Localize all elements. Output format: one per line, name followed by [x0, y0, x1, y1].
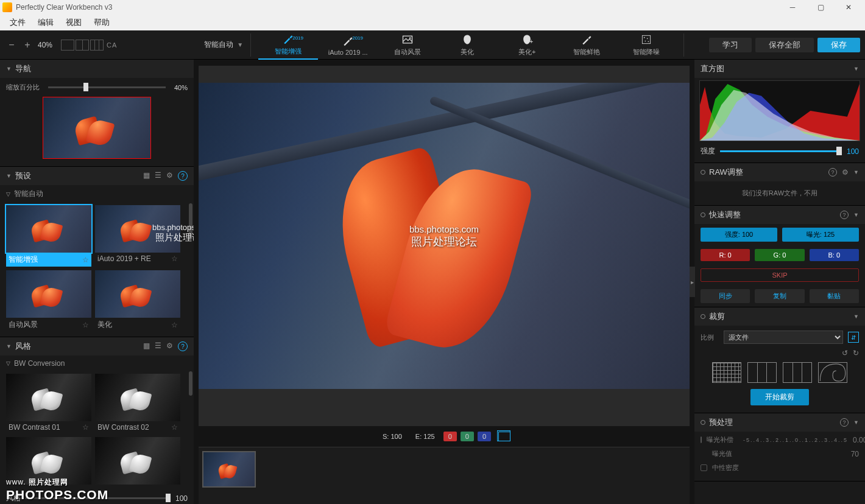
top-preset-iauto2019[interactable]: 2019 iAuto 2019 ... [318, 30, 378, 60]
ratio-select[interactable]: 源文件 [724, 331, 843, 344]
top-preset-landscape[interactable]: 自动风景 [378, 30, 437, 60]
close-button[interactable]: ✕ [835, 0, 863, 15]
save-button[interactable]: 保存 [817, 38, 860, 52]
help-icon[interactable]: ? [840, 211, 849, 219]
help-icon[interactable]: ? [178, 341, 188, 351]
right-panel: 直方图▼ 强度 100 RAW调整?⚙▼ 我们没有RAW文件，不用 快速调整?▼ [694, 60, 865, 504]
preset-label: 美化 [97, 320, 112, 330]
strength-slider[interactable] [720, 150, 842, 152]
zoom-percent[interactable]: 40% [38, 41, 52, 49]
gear-icon[interactable]: ⚙ [842, 168, 849, 177]
slider-thumb[interactable] [83, 83, 88, 91]
preset-dropdown[interactable]: 智能自动 ▼ [204, 40, 243, 50]
crop-grid-nine[interactable] [783, 362, 812, 383]
top-preset-beautify-plus[interactable]: + 美化+ [497, 30, 557, 60]
preproc-header[interactable]: 预处理?▼ [694, 413, 865, 432]
top-preset-smart-enhance[interactable]: 2019 智能增强 [258, 30, 318, 60]
view-split-v-icon[interactable] [76, 40, 89, 51]
quick-intensity[interactable]: 强度: 100 [701, 228, 777, 242]
raw-header[interactable]: RAW调整?⚙▼ [694, 163, 865, 181]
quick-b[interactable]: B: 0 [810, 249, 859, 261]
top-preset-beautify[interactable]: 美化 [437, 30, 497, 60]
zoom-out-button[interactable]: − [6, 40, 17, 51]
start-crop-button[interactable]: 开始裁剪 [750, 389, 809, 405]
star-icon[interactable]: ☆ [171, 254, 178, 263]
grid-view-icon[interactable]: ▦ [143, 341, 150, 351]
gear-icon[interactable]: ⚙ [166, 341, 173, 351]
crop-grid-thirds[interactable] [747, 362, 777, 383]
maximize-button[interactable]: ▢ [807, 0, 835, 15]
star-icon[interactable]: ☆ [82, 423, 89, 432]
svg-point-5 [647, 38, 648, 40]
preset-thumb[interactable]: 自动风景☆ [6, 270, 91, 332]
top-preset-noise[interactable]: 智能降噪 [616, 30, 676, 60]
crop-header[interactable]: 裁剪▼ [694, 307, 865, 326]
preset-thumb[interactable]: 美化☆ [95, 270, 180, 332]
menu-edit[interactable]: 编辑 [32, 15, 60, 30]
quick-sync[interactable]: 同步 [701, 289, 750, 303]
exposure-comp-checkbox[interactable] [701, 436, 702, 443]
filmstrip-thumb[interactable] [202, 451, 256, 488]
crop-grid-dense[interactable] [712, 362, 741, 383]
presets-header[interactable]: ▼ 预设 ▦ ☰ ⚙ ? [0, 167, 194, 185]
star-icon[interactable]: ☆ [82, 256, 89, 264]
collapse-right-handle[interactable]: ▸ [689, 267, 695, 297]
preset-thumb[interactable]: 智能增强☆ [6, 205, 91, 267]
nav-preview[interactable] [43, 97, 151, 159]
top-preset-label: 智能鲜艳 [573, 47, 600, 57]
style-thumb[interactable]: BW Contrast 02☆ [95, 374, 180, 433]
help-icon[interactable]: ? [840, 418, 849, 427]
grid-view-icon[interactable]: ▦ [143, 171, 150, 181]
style-thumb[interactable]: BW Contrast 01☆ [6, 374, 91, 433]
neutral-density-checkbox[interactable] [701, 464, 707, 471]
save-all-button[interactable]: 保存全部 [755, 38, 814, 52]
star-icon[interactable]: ☆ [171, 423, 178, 432]
histogram-header[interactable]: 直方图▼ [694, 60, 865, 78]
zoom-slider[interactable] [48, 86, 166, 88]
crop-grid-spiral[interactable] [818, 362, 847, 383]
top-preset-label: iAuto 2019 ... [328, 49, 368, 56]
slider-thumb[interactable] [836, 147, 842, 155]
compare-icon[interactable] [498, 432, 510, 441]
help-icon[interactable]: ? [178, 171, 188, 181]
flip-icon[interactable]: ⇵ [848, 332, 859, 343]
main-image[interactable]: bbs.photops.com 照片处理论坛 [199, 83, 690, 389]
preset-group[interactable]: ▽智能自动 [0, 185, 194, 203]
rotate-cw-icon[interactable]: ↻ [853, 349, 859, 357]
menu-file[interactable]: 文件 [4, 15, 32, 30]
view-split-3-icon[interactable] [90, 40, 104, 51]
list-view-icon[interactable]: ☰ [155, 341, 161, 351]
quick-header[interactable]: 快速调整?▼ [694, 206, 865, 224]
slider-thumb[interactable] [166, 494, 171, 502]
quick-r[interactable]: R: 0 [701, 249, 750, 261]
quick-copy[interactable]: 复制 [755, 289, 804, 303]
scrollbar[interactable] [189, 371, 192, 396]
quick-paste[interactable]: 黏贴 [810, 289, 859, 303]
view-ca-button[interactable]: CA [105, 40, 119, 51]
menu-view[interactable]: 视图 [60, 15, 88, 30]
zoom-in-button[interactable]: + [22, 40, 33, 51]
top-preset-vivid[interactable]: 智能鲜艳 [557, 30, 616, 60]
help-icon[interactable]: ? [828, 168, 837, 177]
enable-dot-icon[interactable] [701, 420, 705, 425]
presets-title: 预设 [15, 170, 143, 181]
rotate-ccw-icon[interactable]: ↺ [842, 349, 848, 357]
svg-point-6 [645, 41, 646, 42]
star-icon[interactable]: ☆ [82, 321, 89, 329]
view-single-icon[interactable] [61, 40, 74, 51]
list-view-icon[interactable]: ☰ [155, 171, 161, 181]
styles-header[interactable]: ▼ 风格 ▦ ☰ ⚙ ? [0, 337, 194, 355]
star-icon[interactable]: ☆ [171, 321, 178, 329]
menu-help[interactable]: 帮助 [88, 15, 116, 30]
enable-dot-icon[interactable] [701, 170, 705, 175]
enable-dot-icon[interactable] [701, 212, 705, 217]
gear-icon[interactable]: ⚙ [166, 171, 173, 181]
style-group[interactable]: ▽BW Conversion [0, 355, 194, 371]
quick-skip[interactable]: SKIP [701, 268, 859, 282]
minimize-button[interactable]: ─ [778, 0, 807, 15]
quick-exposure[interactable]: 曝光: 125 [782, 228, 859, 242]
learn-button[interactable]: 学习 [709, 38, 752, 52]
nav-header[interactable]: ▼ 导航 [0, 60, 194, 78]
enable-dot-icon[interactable] [701, 314, 705, 319]
quick-g[interactable]: G: 0 [755, 249, 804, 261]
